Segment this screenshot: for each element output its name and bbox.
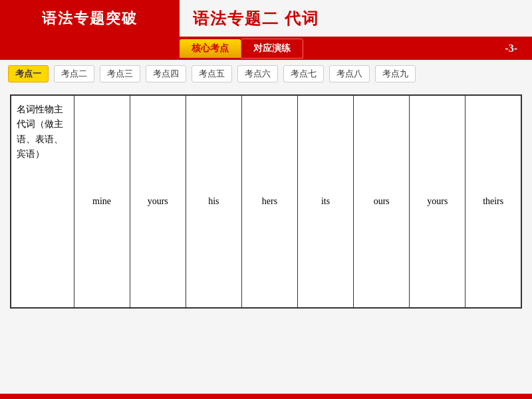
table-cell-its: its [298, 95, 354, 308]
table-cell-yours1: yours [130, 95, 186, 308]
sub-nav-item-8[interactable]: 考点九 [375, 65, 416, 82]
sub-nav-item-0[interactable]: 考点一 [8, 65, 49, 82]
header-left-title: 语法专题突破 [42, 9, 138, 29]
sub-nav-item-5[interactable]: 考点六 [237, 65, 278, 82]
table-cell-his: his [186, 95, 241, 308]
sub-nav-item-3[interactable]: 考点四 [146, 65, 186, 82]
table-cell-mine: mine [74, 95, 130, 308]
tab-core-points[interactable]: 核心考点 [180, 39, 241, 58]
first-col-text: 名词性物主代词（做主语、表语、宾语） [17, 104, 63, 159]
sub-nav-item-1[interactable]: 考点二 [54, 65, 94, 82]
grammar-table: 名词性物主代词（做主语、表语、宾语） mine yours his hers i… [10, 94, 522, 309]
table-first-col: 名词性物主代词（做主语、表语、宾语） [11, 95, 74, 308]
tab-practice[interactable]: 对应演练 [241, 39, 303, 59]
sub-nav-item-2[interactable]: 考点三 [100, 65, 140, 82]
tab-bar: 核心考点 对应演练 -3- [0, 37, 532, 60]
table-cell-hers: hers [241, 95, 297, 308]
table-cell-theirs: theirs [466, 95, 521, 308]
table-cell-ours: ours [354, 95, 410, 308]
table-row: 名词性物主代词（做主语、表语、宾语） mine yours his hers i… [11, 95, 521, 308]
table-cell-yours2: yours [410, 95, 466, 308]
header-right-title: 语法专题二 代词 [193, 8, 319, 29]
sub-nav-item-4[interactable]: 考点五 [192, 65, 232, 82]
red-bottom-bar [0, 394, 532, 399]
header-right: 语法专题二 代词 [180, 0, 532, 37]
header-left: 语法专题突破 [0, 0, 180, 37]
main-content: 名词性物主代词（做主语、表语、宾语） mine yours his hers i… [0, 88, 532, 315]
header: 语法专题突破 语法专题二 代词 [0, 0, 532, 37]
sub-nav-item-7[interactable]: 考点八 [329, 65, 370, 82]
sub-nav: 考点一考点二考点三考点四考点五考点六考点七考点八考点九 [0, 60, 532, 88]
sub-nav-item-6[interactable]: 考点七 [283, 65, 324, 82]
page-number: -3- [497, 41, 525, 57]
